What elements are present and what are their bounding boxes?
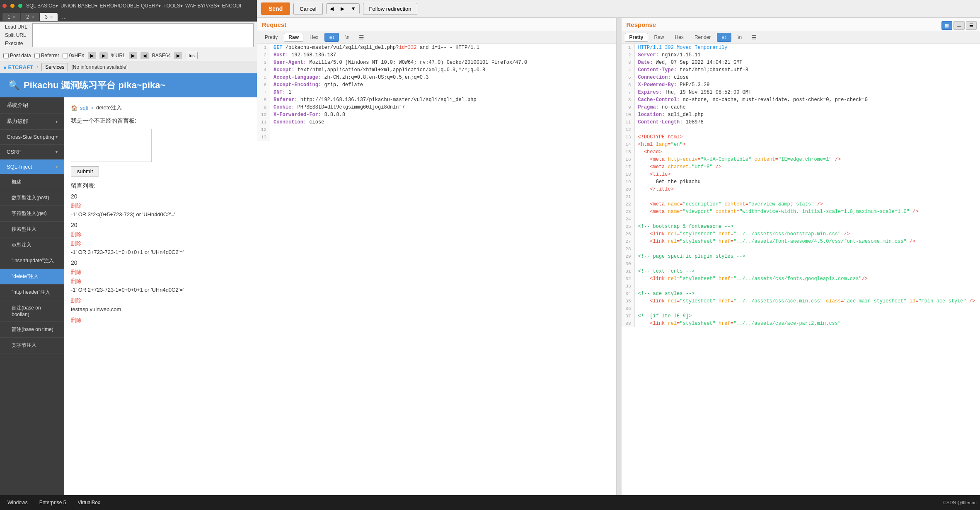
sidebar-item-insertupdate[interactable]: "insert/update"注入	[0, 253, 64, 269]
sidebar-item-intro[interactable]: 系统介绍	[0, 97, 64, 114]
send-button[interactable]: Send	[261, 2, 290, 15]
resp-line-17: 17 <meta charset="utf-8" />	[622, 163, 980, 171]
comment-input[interactable]	[71, 129, 152, 162]
tab-3-close[interactable]: ×	[50, 15, 53, 19]
resp-tab-newline[interactable]: \n	[733, 33, 746, 42]
req-linenum-7: 7	[257, 89, 270, 96]
follow-redirect-button[interactable]: Follow redirection	[363, 3, 418, 15]
base64-arrow-left[interactable]: ◀	[140, 52, 149, 59]
nav-label-tools[interactable]: TOOLS▾	[163, 3, 182, 9]
load-url-button[interactable]: Load URL	[3, 23, 29, 31]
sidebar-item-blindbool[interactable]: 盲注(base on boolian)	[0, 300, 64, 322]
resp-linenum-21: 21	[622, 193, 635, 201]
sidebar-item-csrf[interactable]: CSRF ▾	[0, 145, 64, 160]
arrow-left-button[interactable]: ◀	[327, 4, 337, 14]
hex-checkbox[interactable]	[63, 53, 68, 58]
nav-label-waf[interactable]: WAF BYPASS▾	[185, 3, 220, 9]
taskbar-item-enterprise[interactable]: Enterprise 5	[35, 498, 70, 507]
sidebar-item-numpost[interactable]: 数字型注入(post)	[0, 190, 64, 206]
ins-button[interactable]: Ins	[186, 52, 198, 59]
req-line-5: 5 Accept-Language: zh-CN,zh;q=0.8,en-US;…	[257, 74, 616, 81]
nav-label-error[interactable]: ERROR/DOUBLE QUERY▾	[100, 3, 161, 9]
req-line-1: 1 GET /pikachu-master/vul/sqli/sqli_del.…	[257, 44, 616, 51]
taskbar-item-virtualbox[interactable]: VirtualBox	[73, 498, 104, 507]
resp-linecontent-8: Cache-Control: no-store, no-cache, must-…	[635, 96, 980, 104]
entry-3-delete[interactable]: 删除	[71, 240, 250, 247]
view-btn-grid[interactable]: ▦	[941, 21, 952, 30]
hex-arrow-btn[interactable]: ▶	[88, 52, 96, 59]
resp-tab-hex[interactable]: Hex	[670, 33, 688, 42]
tab-more[interactable]: ...	[58, 12, 70, 22]
sidebar-item-charget[interactable]: 字符型注入(get)	[0, 206, 64, 222]
post-data-option[interactable]: Post data	[3, 53, 31, 58]
entry-5-delete[interactable]: 删除	[71, 278, 250, 285]
resp-line-38: 38 <link rel="stylesheet" href="../../as…	[622, 320, 980, 327]
cancel-button[interactable]: Cancel	[293, 3, 322, 15]
referrer-checkbox[interactable]	[34, 53, 40, 58]
breadcrumb-parent[interactable]: sqli	[80, 105, 88, 111]
req-tab-newline[interactable]: \n	[341, 33, 354, 42]
arrow-down-button[interactable]: ▼	[348, 4, 359, 14]
sidebar-item-overview[interactable]: 概述	[0, 174, 64, 190]
resp-linecontent-37: <!--[if lte IE 9]>	[635, 312, 980, 320]
resp-tab-pretty[interactable]: Pretty	[625, 33, 648, 42]
tab-2-close[interactable]: ×	[31, 15, 34, 19]
req-tab-hex[interactable]: Hex	[305, 33, 323, 42]
sidebar-item-search[interactable]: 搜索型注入	[0, 222, 64, 237]
base64-arrow-right[interactable]: ▶	[174, 52, 182, 59]
resp-tab-equal[interactable]: ≡↕	[717, 33, 731, 42]
entry-6-delete[interactable]: 删除	[71, 297, 250, 305]
entry-2-delete[interactable]: 删除	[71, 231, 250, 238]
execute-button[interactable]: Execute	[3, 40, 29, 47]
sidebar-item-httpheader[interactable]: "http header"注入	[0, 285, 64, 300]
sidebar-label-insertupdate: "insert/update"注入	[12, 257, 54, 264]
nav-label-sql[interactable]: SQL BASICS▾	[26, 3, 58, 9]
resp-tab-render[interactable]: Render	[690, 33, 715, 42]
req-tab-pretty[interactable]: Pretty	[260, 33, 282, 42]
percent-url-arrow[interactable]: ▶	[129, 52, 137, 59]
tab-1[interactable]: 1 ×	[2, 13, 20, 21]
url-text-area[interactable]	[32, 23, 254, 48]
tab-1-close[interactable]: ×	[13, 15, 15, 19]
percent-url-option[interactable]: %URL	[111, 53, 126, 58]
view-btn-menu[interactable]: ☰	[966, 21, 977, 30]
post-data-checkbox[interactable]	[3, 53, 9, 58]
sidebar-item-widebyte[interactable]: 宽字节注入	[0, 338, 64, 353]
services-button[interactable]: Services	[41, 63, 68, 71]
entry-4-delete[interactable]: 删除	[71, 268, 250, 276]
sidebar-item-xx[interactable]: xx型注入	[0, 237, 64, 253]
resp-tab-raw[interactable]: Raw	[650, 33, 669, 42]
split-url-button[interactable]: Split URL	[3, 31, 29, 39]
sidebar-item-sqlinject[interactable]: SQL-Inject ▾	[0, 160, 64, 174]
drag-handle[interactable]: ⋮	[617, 18, 622, 510]
resp-linecontent-24	[635, 215, 980, 223]
taskbar-item-windows[interactable]: Windows	[3, 498, 32, 507]
sidebar-item-xss[interactable]: Cross-Site Scripting ▾	[0, 130, 64, 145]
resp-line-14: 14 <html lang="en">	[622, 141, 980, 148]
sidebar-item-bruteforce[interactable]: 暴力破解 ▾	[0, 114, 64, 130]
tab-2[interactable]: 2 ×	[21, 13, 39, 21]
entry-1-delete[interactable]: 删除	[71, 202, 250, 210]
sidebar-item-delete[interactable]: "delete"注入	[0, 269, 64, 285]
resp-tab-menu[interactable]: ☰	[748, 33, 760, 42]
nav-label-union[interactable]: UNION BASED▾	[60, 3, 97, 9]
tab-3[interactable]: 3 ×	[40, 13, 58, 21]
resp-linenum-7: 7	[622, 89, 635, 96]
craft-logo-name: ETCRAFT	[8, 64, 33, 70]
arrow-right-button[interactable]: ▶	[337, 4, 348, 14]
percent-arrow-btn[interactable]: ▶	[99, 52, 108, 59]
url-textarea[interactable]	[32, 23, 254, 47]
referrer-option[interactable]: Referrer	[34, 53, 59, 58]
sidebar-item-blindtime[interactable]: 盲注(base on time)	[0, 322, 64, 338]
entry-7-delete[interactable]: 删除	[71, 317, 250, 324]
submit-button[interactable]: submit	[71, 166, 99, 176]
view-btn-list[interactable]: —	[953, 21, 965, 30]
req-tab-menu[interactable]: ☰	[356, 33, 368, 42]
base64-option[interactable]: BASE64	[152, 53, 171, 58]
resp-line-19: 19 Get the pikachu	[622, 178, 980, 186]
req-tab-raw[interactable]: Raw	[284, 33, 303, 42]
hex-option[interactable]: 0xHEX	[63, 53, 85, 58]
resp-linecontent-18: <title>	[635, 171, 980, 178]
nav-label-encod[interactable]: ENCODI	[222, 3, 242, 9]
req-tab-equal[interactable]: ≡↕	[324, 33, 339, 42]
